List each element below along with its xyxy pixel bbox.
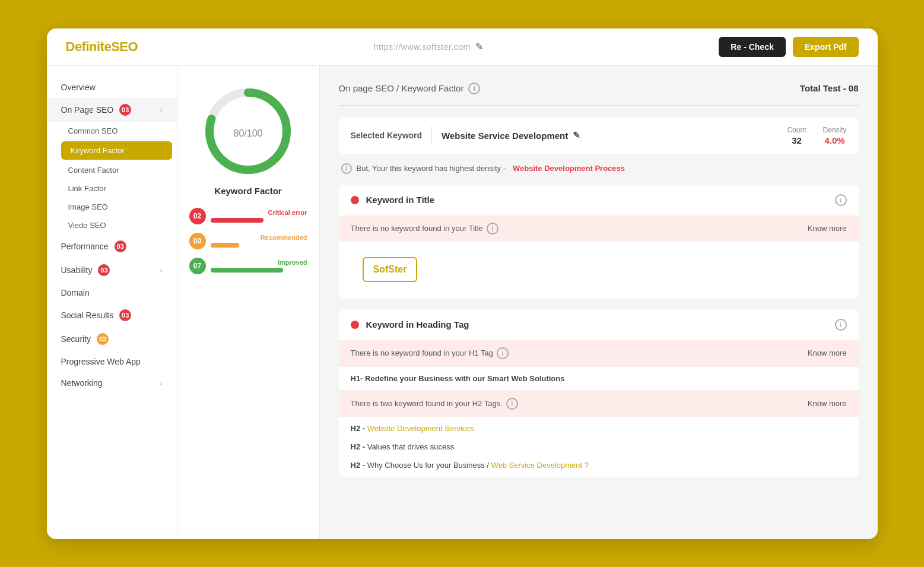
recommended-bar-wrap: Recommended [211, 234, 307, 248]
security-label: Security [61, 334, 91, 344]
usability-badge: 03 [98, 264, 110, 276]
content-panel: On page SEO / Keyword Factor i Total Tes… [320, 66, 878, 539]
sidebar-item-image-seo[interactable]: Image SEO [56, 198, 177, 216]
test-title-keyword-heading: Keyword in Heading Tag [366, 319, 828, 330]
density-label: Density [823, 126, 846, 134]
url-text: https://www.softster.com [374, 42, 471, 52]
sidebar-item-link-factor[interactable]: Link Factor [56, 179, 177, 198]
critical-label: Critical error [211, 209, 307, 216]
critical-bar-wrap: Critical error [211, 209, 307, 223]
score-row-recommended: 00 Recommended [189, 233, 307, 249]
keyword-value-text: Website Service Development [442, 131, 568, 141]
export-button[interactable]: Export Pdf [793, 37, 859, 57]
h2-text-2: Values that drives sucess [367, 442, 454, 451]
critical-num: 02 [189, 208, 206, 224]
center-title: Keyword Factor [214, 186, 281, 196]
test-card-keyword-title-header: Keyword in Title i [339, 185, 859, 216]
info-circle-icon: i [341, 163, 352, 174]
pwa-label: Progressive Web App [61, 357, 141, 366]
sidebar-item-video-seo[interactable]: Viedo SEO [56, 216, 177, 235]
image-seo-label: Image SEO [68, 202, 108, 211]
h2-line-1: H2 - Website Development Services [339, 419, 859, 438]
alert-info-icon-h2[interactable]: i [506, 398, 518, 410]
networking-label: Networking [61, 378, 103, 388]
h2-label-3: H2 - [351, 461, 366, 470]
improved-bar-wrap: Improved [211, 259, 307, 273]
dot-red-heading-icon [351, 321, 359, 329]
performance-label: Performance [61, 242, 109, 251]
keyword-factor-label: Keyword Factor [71, 146, 125, 155]
logo-text: Definite [66, 39, 112, 54]
recommended-label: Recommended [211, 234, 307, 241]
recheck-button[interactable]: Re - Check [719, 37, 785, 57]
url-bar: https://www.softster.com ✎ [138, 41, 719, 52]
count-value: 32 [787, 135, 806, 145]
h2-label-2: H2 - [351, 442, 366, 451]
sidebar-item-overview[interactable]: Overview [47, 77, 177, 98]
alert-text-two-keywords-h2: There is two keyword found in your H2 Ta… [351, 399, 503, 408]
chevron-right-icon-usability: › [160, 266, 163, 274]
site-name-box: SofSter [363, 257, 418, 282]
h2-link-1[interactable]: Website Development Services [367, 424, 474, 433]
keyword-row: Selected Keyword Website Service Develop… [339, 118, 859, 154]
critical-bar [211, 218, 264, 223]
domain-label: Domain [61, 288, 90, 297]
donut-score: 80/100 [234, 122, 263, 140]
sidebar-item-social-results[interactable]: Social Results 03 [47, 303, 177, 327]
h2-label-1: H2 - [351, 424, 366, 433]
recommended-num: 00 [189, 233, 206, 249]
alert-info-icon-title[interactable]: i [487, 223, 498, 235]
sidebar-item-common-seo[interactable]: Common SEO [56, 122, 177, 140]
breadcrumb: On page SEO / Keyword Factor i [339, 83, 481, 94]
sidebar-item-security[interactable]: Security 03 [47, 327, 177, 351]
donut-chart: 80/100 [201, 84, 296, 179]
sidebar-item-pwa[interactable]: Progressive Web App [47, 351, 177, 372]
sidebar-item-performance[interactable]: Performance 03 [47, 235, 177, 258]
know-more-h1[interactable]: Know more [808, 349, 847, 357]
sidebar-item-networking[interactable]: Networking › [47, 372, 177, 394]
know-more-h2[interactable]: Know more [808, 399, 847, 408]
sidebar-item-keyword-factor[interactable]: Keyword Factor [61, 141, 172, 160]
sidebar-sub-on-page: Common SEO Keyword Factor Content Factor… [47, 122, 177, 235]
sidebar-item-on-page-seo[interactable]: On Page SEO 03 › [47, 98, 177, 122]
test-info-icon-heading[interactable]: i [835, 319, 847, 331]
h2-section: H2 - Website Development Services H2 - V… [339, 417, 859, 477]
security-badge: 03 [97, 333, 109, 345]
on-page-seo-badge: 03 [119, 104, 131, 116]
social-results-label: Social Results [61, 311, 114, 320]
sidebar-item-content-factor[interactable]: Content Factor [56, 161, 177, 179]
breadcrumb-info-icon[interactable]: i [468, 83, 480, 94]
sidebar-item-usability[interactable]: Usability 03 › [47, 258, 177, 282]
link-factor-label: Link Factor [68, 184, 106, 193]
header-buttons: Re - Check Export Pdf [719, 37, 858, 57]
improved-label: Improved [211, 259, 307, 266]
keyword-edit-icon[interactable]: ✎ [573, 130, 580, 141]
h1-line: H1- Redefine your Business with our Smar… [339, 366, 859, 390]
h2-line-3: H2 - Why Choose Us for your Business / W… [339, 456, 859, 474]
sidebar: Overview On Page SEO 03 › Common SEO Key… [47, 66, 177, 539]
test-title-keyword-title: Keyword in Title [366, 195, 828, 205]
h2-link-3[interactable]: Web Service Development ? [491, 461, 589, 470]
video-seo-label: Viedo SEO [68, 221, 106, 230]
common-seo-label: Common SEO [68, 126, 118, 135]
count-label: Count [787, 126, 806, 134]
keyword-stats: Count 32 Density 4.0% [787, 126, 846, 145]
selected-keyword-label: Selected Keyword [351, 131, 423, 140]
chevron-right-icon: › [160, 106, 163, 114]
sidebar-item-domain[interactable]: Domain [47, 282, 177, 303]
info-alert: i But, Your this keyword has highest den… [339, 163, 859, 174]
center-panel: 80/100 Keyword Factor 02 Critical error … [177, 66, 320, 539]
count-stat: Count 32 [787, 126, 806, 145]
content-factor-label: Content Factor [68, 166, 119, 175]
know-more-title[interactable]: Know more [808, 224, 847, 233]
alert-text-no-keyword-title: There is no keyword found in your Title [351, 224, 483, 233]
test-info-icon-title[interactable]: i [835, 194, 847, 206]
h2-line-2: H2 - Values that drives sucess [339, 438, 859, 456]
score-row-critical: 02 Critical error [189, 208, 307, 224]
edit-icon[interactable]: ✎ [475, 41, 483, 52]
header: DefiniteSEO https://www.softster.com ✎ R… [47, 28, 878, 66]
alert-info-icon-h1[interactable]: i [497, 347, 509, 359]
dot-red-icon [351, 196, 359, 204]
logo-accent: SEO [111, 39, 138, 54]
info-highlight: Website Development Process [513, 164, 625, 173]
